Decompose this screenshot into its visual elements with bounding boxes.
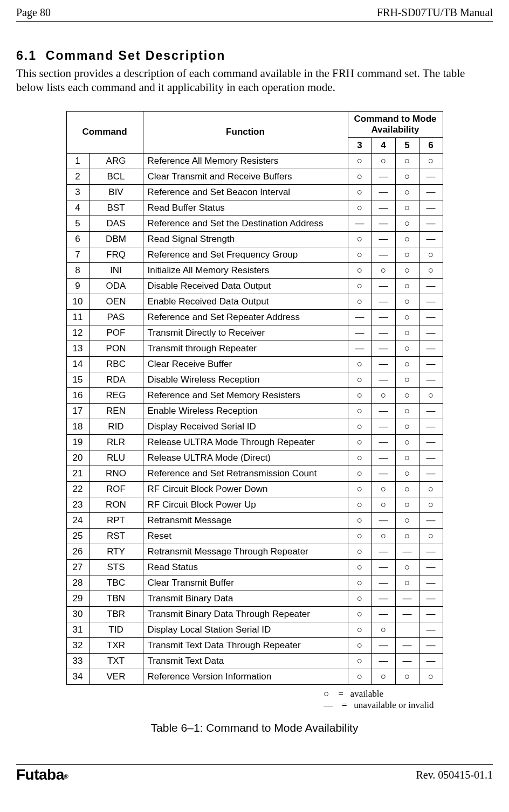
command-code: RTY [89, 544, 143, 559]
command-code: RDA [89, 372, 143, 387]
table-row: 10OENEnable Received Data Output○―○― [66, 294, 443, 309]
availability-cell: ○ [372, 528, 395, 544]
availability-cell: ― [372, 450, 395, 466]
availability-cell: ― [372, 341, 395, 356]
availability-cell: ○ [348, 512, 372, 528]
availability-cell: ― [348, 216, 372, 231]
command-code: BST [89, 200, 143, 216]
row-number: 22 [66, 481, 89, 497]
availability-cell: ― [419, 637, 443, 653]
function-desc: Transmit Text Data Through Repeater [143, 637, 348, 653]
function-desc: Reference Version Information [143, 669, 348, 684]
command-code: DBM [89, 231, 143, 247]
table-row: 22ROFRF Circuit Block Power Down○○○○ [66, 481, 443, 497]
function-desc: Transmit Directly to Receiver [143, 325, 348, 341]
availability-cell: ― [348, 341, 372, 356]
availability-cell: ○ [395, 341, 419, 356]
availability-cell: ― [372, 575, 395, 591]
availability-cell: ― [372, 544, 395, 559]
command-code: REG [89, 387, 143, 403]
availability-cell: ― [419, 184, 443, 200]
availability-cell: ― [372, 309, 395, 325]
section-number: 6.1 [16, 48, 37, 63]
availability-cell: ○ [348, 247, 372, 262]
legend-unavailable: ― = unavailable or invalid [324, 699, 493, 711]
function-desc: Clear Receive Buffer [143, 356, 348, 372]
row-number: 31 [66, 622, 89, 637]
th-availability: Command to Mode Availability [348, 111, 443, 137]
availability-cell: ― [395, 544, 419, 559]
command-code: RST [89, 528, 143, 544]
availability-cell: ○ [395, 466, 419, 481]
function-desc: Reference All Memory Resisters [143, 153, 348, 169]
function-desc: Disable Received Data Output [143, 278, 348, 294]
availability-cell: ― [419, 575, 443, 591]
availability-cell: ○ [419, 153, 443, 169]
table-row: 6DBMRead Signal Strength○―○― [66, 231, 443, 247]
section-heading: 6.1 Command Set Description [16, 48, 493, 63]
availability-cell: ○ [348, 231, 372, 247]
availability-cell: ○ [395, 309, 419, 325]
function-desc: Read Status [143, 559, 348, 575]
table-row: 20RLURelease ULTRA Mode (Direct)○―○― [66, 450, 443, 466]
table-row: 17RENEnable Wireless Reception○―○― [66, 403, 443, 419]
function-desc: Reference and Set Memory Resisters [143, 387, 348, 403]
row-number: 30 [66, 606, 89, 622]
function-desc: Read Buffer Status [143, 200, 348, 216]
availability-cell: ○ [419, 387, 443, 403]
availability-cell: ○ [395, 325, 419, 341]
availability-cell: ○ [419, 262, 443, 278]
table-row: 5DASReference and Set the Destination Ad… [66, 216, 443, 231]
availability-cell: ― [372, 247, 395, 262]
availability-cell: ○ [348, 466, 372, 481]
availability-cell: ○ [395, 231, 419, 247]
row-number: 13 [66, 341, 89, 356]
row-number: 25 [66, 528, 89, 544]
availability-cell: ― [372, 294, 395, 309]
function-desc: Initialize All Memory Resisters [143, 262, 348, 278]
availability-cell: ○ [395, 387, 419, 403]
availability-cell: ○ [395, 575, 419, 591]
function-desc: Disable Wireless Reception [143, 372, 348, 387]
table-row: 12POFTransmit Directly to Receiver――○― [66, 325, 443, 341]
command-code: TBR [89, 606, 143, 622]
table-row: 3BIVReference and Set Beacon Interval○―○… [66, 184, 443, 200]
availability-cell: ― [348, 309, 372, 325]
availability-cell: ○ [419, 481, 443, 497]
row-number: 20 [66, 450, 89, 466]
table-row: 4BSTRead Buffer Status○―○― [66, 200, 443, 216]
revision: Rev. 050415-01.1 [416, 769, 493, 781]
availability-cell: ○ [348, 653, 372, 669]
command-code: ARG [89, 153, 143, 169]
availability-cell: ○ [348, 387, 372, 403]
availability-cell: ○ [395, 262, 419, 278]
availability-cell: ― [419, 341, 443, 356]
row-number: 12 [66, 325, 89, 341]
legend-available: ○ = available [324, 688, 493, 699]
table-row: 34VERReference Version Information○○○○ [66, 669, 443, 684]
command-code: PAS [89, 309, 143, 325]
page-number: Page 80 [16, 6, 51, 19]
command-code: ROF [89, 481, 143, 497]
table-caption: Table 6–1: Command to Mode Availability [16, 721, 493, 734]
table-row: 8INIInitialize All Memory Resisters○○○○ [66, 262, 443, 278]
row-number: 4 [66, 200, 89, 216]
command-code: RLR [89, 434, 143, 450]
row-number: 24 [66, 512, 89, 528]
row-number: 1 [66, 153, 89, 169]
row-number: 10 [66, 294, 89, 309]
function-desc: Transmit through Repeater [143, 341, 348, 356]
command-code: TBC [89, 575, 143, 591]
availability-cell: ○ [348, 450, 372, 466]
availability-cell: ○ [348, 278, 372, 294]
availability-cell: ― [419, 356, 443, 372]
availability-cell: ― [372, 653, 395, 669]
availability-cell: ○ [348, 419, 372, 434]
row-number: 8 [66, 262, 89, 278]
availability-cell: ○ [395, 497, 419, 512]
row-number: 26 [66, 544, 89, 559]
availability-cell: ○ [395, 372, 419, 387]
function-desc: Retransmit Message Through Repeater [143, 544, 348, 559]
table-row: 26RTYRetransmit Message Through Repeater… [66, 544, 443, 559]
availability-cell: ― [372, 200, 395, 216]
